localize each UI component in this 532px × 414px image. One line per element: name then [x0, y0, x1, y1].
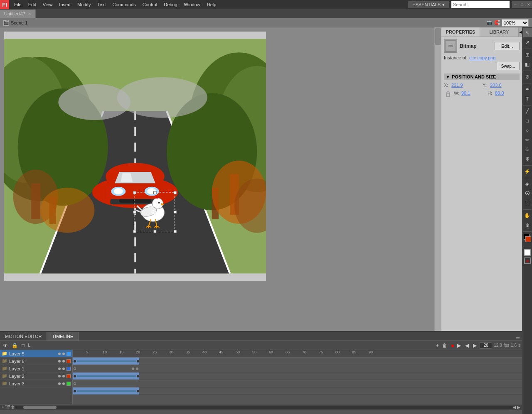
tool-separator-7: [523, 209, 532, 210]
panel-collapse-btn[interactable]: ◀: [519, 27, 522, 37]
timeline-tab[interactable]: TIMELINE: [47, 332, 79, 341]
document-tab[interactable]: Untitled-2* ✕: [0, 10, 36, 18]
outline-toggle[interactable]: □: [20, 343, 26, 348]
ruler-mark-25: 25: [153, 350, 157, 354]
bitmap-header: IMG Bitmap Edit...: [444, 39, 520, 53]
play-btn[interactable]: ▶: [456, 343, 462, 348]
svg-rect-64: [446, 94, 450, 97]
eraser-tool[interactable]: ◻: [523, 198, 532, 208]
layer-row-6[interactable]: 📁 Layer 6: [0, 358, 72, 365]
w-value[interactable]: 90.1: [461, 91, 470, 96]
bone-tool[interactable]: ⚡: [523, 167, 532, 176]
svg-text:IMG: IMG: [448, 45, 453, 47]
add-layer-btn-bottom[interactable]: +: [2, 405, 4, 409]
deco-tool[interactable]: ❋: [523, 154, 532, 164]
text-tool[interactable]: T: [523, 94, 532, 103]
menu-commands[interactable]: Commands: [109, 1, 139, 8]
close-button[interactable]: ✕: [525, 1, 532, 8]
zoom-tool[interactable]: ⊕: [523, 220, 532, 230]
paint-bucket-tool[interactable]: ◈: [523, 179, 532, 189]
menu-edit[interactable]: Edit: [25, 1, 39, 8]
selection-tool[interactable]: ↖: [523, 28, 532, 37]
scene-btn[interactable]: 🎬: [5, 405, 10, 409]
tab-bar: Untitled-2* ✕: [0, 9, 532, 18]
layer-row-5[interactable]: 📁 Layer 5: [0, 350, 72, 358]
add-layer-btn[interactable]: +: [435, 343, 440, 348]
menu-view[interactable]: View: [39, 1, 56, 8]
no-color-swatch[interactable]: ⊘: [524, 257, 531, 264]
swap-button[interactable]: Swap...: [497, 62, 520, 70]
tool-separator-8: [523, 231, 532, 232]
zoom-select[interactable]: 100% 25% 50% 75% 150% 200%: [502, 19, 529, 27]
tab-properties[interactable]: PROPERTIES: [441, 27, 480, 37]
timeline-tabs: MOTION EDITOR TIMELINE ═: [0, 332, 522, 341]
tab-close-button[interactable]: ✕: [28, 12, 31, 16]
layer-row-1[interactable]: 📁 Layer 1: [0, 365, 72, 372]
next-frame-btn[interactable]: ▶: [472, 343, 478, 348]
line-tool[interactable]: ╱: [523, 107, 532, 116]
prev-frame-btn[interactable]: ◀: [464, 343, 470, 348]
lock-aspect-icon[interactable]: [444, 90, 452, 98]
menu-text[interactable]: Text: [94, 1, 109, 8]
layer6-name: Layer 6: [9, 359, 57, 364]
subselection-tool[interactable]: ↗: [523, 38, 532, 47]
fps-label: fps: [504, 343, 509, 348]
position-section-header[interactable]: ▼ POSITION AND SIZE: [444, 73, 520, 80]
menu-insert[interactable]: Insert: [56, 1, 74, 8]
hand-tool[interactable]: ✋: [523, 211, 532, 220]
pen-tool[interactable]: ✒: [523, 85, 532, 94]
white-swatch[interactable]: [524, 249, 531, 256]
vscroll-thumb[interactable]: [435, 28, 441, 45]
frame-time-label: s: [518, 343, 520, 348]
fill-color-swatch[interactable]: [525, 236, 531, 242]
lock-toggle[interactable]: 🔒: [10, 343, 19, 348]
layer1-folder-icon: 📁: [2, 366, 7, 371]
scroll-right-btn[interactable]: ▶: [517, 405, 520, 409]
restore-button[interactable]: □: [519, 1, 525, 8]
pencil-tool[interactable]: ✏: [523, 135, 532, 145]
rect-tool[interactable]: □: [523, 116, 532, 125]
lasso-tool[interactable]: ⊘: [523, 72, 532, 81]
frame-row-3: [73, 387, 522, 395]
h-scrollbar-thumb[interactable]: [23, 406, 57, 409]
layer-row-3[interactable]: 📁 Layer 3: [0, 380, 72, 387]
menu-file[interactable]: File: [11, 1, 25, 8]
scroll-left-btn[interactable]: ◀: [513, 405, 516, 409]
menu-modify[interactable]: Modify: [74, 1, 94, 8]
search-input[interactable]: [451, 1, 510, 8]
eye-toggle[interactable]: 👁: [2, 343, 9, 348]
essentials-button[interactable]: ESSENTIALS ▾: [408, 1, 449, 8]
animation-canvas[interactable]: [4, 32, 266, 281]
eyedropper-tool[interactable]: ⦿: [523, 189, 532, 198]
instance-label: Instance of:: [444, 55, 468, 60]
motion-editor-tab[interactable]: MOTION EDITOR: [0, 332, 47, 341]
h-scrollbar-track[interactable]: [15, 406, 513, 409]
menu-help[interactable]: Help: [204, 1, 220, 8]
w-label: W:: [454, 91, 460, 96]
instance-name[interactable]: ccc copy.png: [469, 55, 495, 60]
y-field: Y: 203.0: [483, 83, 520, 88]
tab-library[interactable]: LIBRARY: [480, 27, 519, 37]
menu-control[interactable]: Control: [139, 1, 160, 8]
menu-window[interactable]: Window: [181, 1, 204, 8]
layer3-color: [66, 382, 71, 386]
y-value[interactable]: 203.0: [490, 83, 502, 88]
fl-logo[interactable]: Fl: [0, 0, 9, 9]
delete-frame-btn[interactable]: 🗑: [11, 405, 15, 409]
gradient-tool[interactable]: ◧: [523, 60, 532, 69]
h-value[interactable]: 88.0: [495, 91, 504, 96]
menu-debug[interactable]: Debug: [160, 1, 180, 8]
layer1-vis-dot: [58, 367, 61, 370]
x-value[interactable]: 221.9: [451, 83, 463, 88]
current-frame-input[interactable]: 20: [480, 342, 492, 349]
ruler-mark-85: 85: [352, 350, 356, 354]
layer-row-2[interactable]: 📁 Layer 2: [0, 372, 72, 380]
edit-button[interactable]: Edit...: [495, 42, 520, 50]
delete-layer-btn[interactable]: 🗑: [441, 343, 448, 348]
timeline-collapse-btn[interactable]: ═: [513, 335, 522, 341]
record-btn[interactable]: ●: [451, 342, 454, 349]
minimize-button[interactable]: ─: [512, 1, 519, 8]
oval-tool[interactable]: ○: [523, 126, 532, 135]
free-transform-tool[interactable]: ⊞: [523, 50, 532, 59]
brush-tool[interactable]: ♧: [523, 145, 532, 154]
